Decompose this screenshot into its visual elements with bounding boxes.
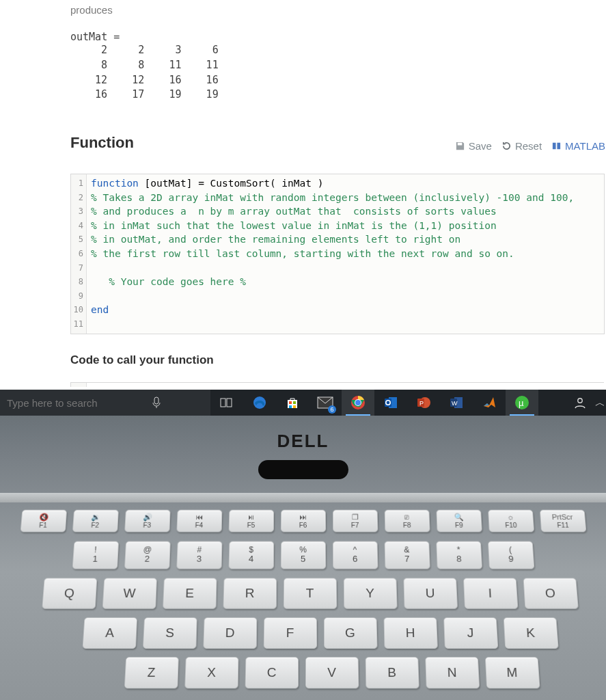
mail-icon[interactable]: 6 bbox=[309, 390, 342, 416]
hinge bbox=[0, 493, 606, 502]
keyboard-key: Q bbox=[42, 578, 97, 608]
outlook-icon[interactable] bbox=[374, 390, 407, 416]
keyboard-key: PrtScrF11 bbox=[539, 510, 586, 533]
keyboard-key: I bbox=[463, 578, 517, 608]
line-number: 2 bbox=[72, 191, 83, 205]
keyboard-key: K bbox=[503, 617, 558, 649]
svg-rect-1 bbox=[221, 399, 225, 407]
microphone-icon[interactable] bbox=[152, 396, 161, 409]
people-icon[interactable] bbox=[566, 396, 594, 409]
keyboard-key: R bbox=[223, 578, 277, 608]
svg-rect-2 bbox=[227, 399, 232, 407]
keyboard-key: $4 bbox=[228, 541, 274, 569]
keyboard-key: H bbox=[383, 617, 437, 649]
keyboard-key: ^6 bbox=[332, 541, 378, 569]
keyboard-key: S bbox=[142, 617, 197, 649]
code-comment: % the first row till last column, starti… bbox=[91, 248, 514, 259]
keyboard-key: J bbox=[443, 617, 498, 649]
line-number: 10 bbox=[72, 303, 83, 317]
keyboard-key: Z bbox=[124, 657, 178, 688]
line-number: 8 bbox=[72, 275, 83, 289]
svg-rect-0 bbox=[154, 397, 159, 404]
save-button[interactable]: Save bbox=[455, 140, 492, 152]
word-icon[interactable]: W bbox=[440, 390, 473, 416]
svg-point-12 bbox=[355, 400, 361, 405]
matlab-label: MATLAB bbox=[565, 140, 605, 152]
keyboard-key: D bbox=[203, 617, 257, 649]
call-code-editor[interactable] bbox=[70, 382, 604, 387]
produces-label: produces bbox=[70, 0, 606, 16]
taskbar-search[interactable] bbox=[0, 390, 210, 416]
svg-rect-5 bbox=[289, 401, 292, 404]
keyboard-key: ⎚F8 bbox=[384, 510, 430, 533]
matlab-icon[interactable] bbox=[473, 390, 506, 416]
code-comment: % Your code goes here % bbox=[91, 276, 246, 287]
keyboard-key: ⏭F6 bbox=[280, 510, 325, 533]
keyboard-key: M bbox=[484, 657, 540, 688]
svg-text:P: P bbox=[419, 400, 424, 407]
code-area[interactable]: function [outMat] = CustomSort( inMat ) … bbox=[87, 174, 604, 334]
svg-rect-8 bbox=[293, 405, 296, 408]
mail-badge: 6 bbox=[328, 405, 336, 414]
svg-point-24 bbox=[578, 399, 582, 403]
keyboard-key: 🔊F3 bbox=[124, 510, 170, 533]
powerpoint-icon[interactable]: P bbox=[407, 390, 440, 416]
save-icon bbox=[455, 141, 465, 151]
code-keyword: end bbox=[91, 304, 109, 315]
svg-text:µ: µ bbox=[519, 398, 524, 408]
chrome-icon[interactable] bbox=[342, 390, 374, 416]
code-comment: % Takes a 2D array inMat with random int… bbox=[91, 192, 574, 203]
editor-toolbar: Save Reset MATLAB bbox=[455, 140, 605, 152]
keyboard-key: W bbox=[102, 578, 156, 608]
svg-rect-7 bbox=[289, 405, 292, 408]
line-number: 6 bbox=[72, 247, 83, 261]
code-editor[interactable]: 1 2 3 4 5 6 7 8 9 10 11 function [outMat… bbox=[70, 174, 605, 334]
keyboard-key: T bbox=[283, 578, 336, 608]
reset-button[interactable]: Reset bbox=[501, 140, 542, 152]
search-input[interactable] bbox=[5, 396, 152, 409]
keyboard-key: &7 bbox=[384, 541, 430, 569]
keyboard-key: !1 bbox=[72, 541, 118, 569]
laptop-body: DELL 🔇F1🔉F2🔊F3⏮F4⏯F5⏭F6❐F7⎚F8🔍F9☼F10PrtS… bbox=[0, 416, 606, 700]
keyboard-key: %5 bbox=[280, 541, 325, 569]
matlab-doc-button[interactable]: MATLAB bbox=[551, 140, 605, 152]
call-function-title: Code to call your function bbox=[70, 353, 606, 367]
keyboard-key: ❐F7 bbox=[332, 510, 377, 533]
line-number: 9 bbox=[72, 289, 83, 304]
line-number: 5 bbox=[72, 232, 83, 247]
keyboard-key: C bbox=[245, 657, 298, 688]
code-comment: % in outMat, and order the remaining ele… bbox=[91, 234, 460, 245]
keyboard-key: B bbox=[365, 657, 419, 688]
keyboard-key: O bbox=[523, 578, 578, 608]
chevron-up-icon[interactable]: ︿ bbox=[594, 396, 606, 409]
book-icon bbox=[551, 141, 562, 151]
keyboard-key: 🔉F2 bbox=[72, 510, 118, 533]
outmat-label: outMat = bbox=[70, 31, 606, 43]
keyboard-key: G bbox=[323, 617, 377, 649]
utorrent-icon[interactable]: µ bbox=[506, 390, 538, 416]
code-gutter: 1 2 3 4 5 6 7 8 9 10 11 bbox=[71, 174, 87, 334]
keyboard-key: U bbox=[403, 578, 458, 608]
keyboard-key: N bbox=[425, 657, 480, 688]
keyboard-key: A bbox=[82, 617, 137, 649]
svg-rect-6 bbox=[293, 401, 296, 404]
webcam-module bbox=[258, 460, 348, 479]
line-number: 11 bbox=[72, 317, 83, 332]
keyboard-key: *8 bbox=[436, 541, 482, 569]
line-number: 4 bbox=[72, 219, 83, 233]
line-number: 1 bbox=[72, 176, 83, 191]
edge-icon[interactable] bbox=[243, 390, 276, 416]
code-keyword: function bbox=[91, 178, 139, 189]
code-comment: % in inMat such that the lowest value in… bbox=[91, 220, 497, 231]
task-view-icon[interactable] bbox=[210, 390, 243, 416]
keyboard-key: E bbox=[163, 578, 217, 608]
dell-logo: DELL bbox=[0, 416, 606, 452]
save-label: Save bbox=[469, 140, 492, 152]
keyboard-key: ☼F10 bbox=[488, 510, 534, 533]
keyboard-key: F bbox=[263, 617, 316, 649]
store-icon[interactable] bbox=[276, 390, 309, 416]
windows-taskbar[interactable]: 6 P W µ ︿ bbox=[0, 390, 606, 416]
code-text: [outMat] = CustomSort( inMat ) bbox=[139, 178, 324, 189]
keyboard: 🔇F1🔉F2🔊F3⏮F4⏯F5⏭F6❐F7⎚F8🔍F9☼F10PrtScrF11… bbox=[0, 502, 606, 688]
line-number: 3 bbox=[72, 204, 83, 219]
